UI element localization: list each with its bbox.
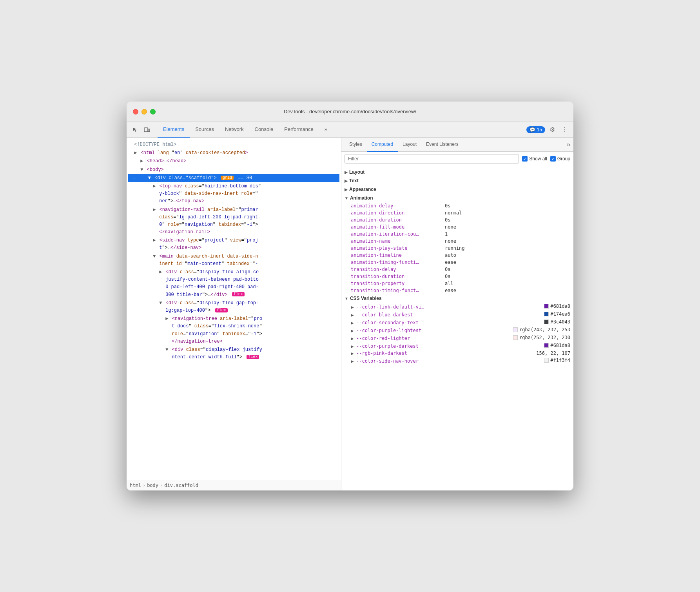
tab-sources[interactable]: Sources <box>190 122 219 138</box>
prop-animation-play-state[interactable]: animation-play-state running <box>341 245 573 252</box>
device-toggle-icon[interactable] <box>141 124 152 135</box>
css-var-color-purple-darkest[interactable]: ▶ --color-purple-darkest #681da8 <box>341 342 573 350</box>
section-text[interactable]: ▶ Text <box>341 176 573 185</box>
css-var-color-link-default[interactable]: ▶ --color-link-default-vi… #681da8 <box>341 303 573 311</box>
prop-animation-name[interactable]: animation-name none <box>341 238 573 245</box>
tab-network[interactable]: Network <box>219 122 249 138</box>
section-appearance-arrow: ▶ <box>345 187 348 192</box>
expand-arrow[interactable]: ▼ <box>148 174 151 182</box>
computed-panel: Styles Computed Layout Event Listeners »… <box>341 138 573 490</box>
section-text-label: Text <box>349 178 359 183</box>
tab-event-listeners[interactable]: Event Listeners <box>421 138 463 152</box>
tab-performance[interactable]: Performance <box>279 122 319 138</box>
breadcrumb-div-scaffold[interactable]: div.scaffold <box>164 483 198 488</box>
minimize-button[interactable] <box>141 109 147 114</box>
section-layout-label: Layout <box>349 169 365 175</box>
tree-line[interactable]: ▶ <html lang="en" data-cookies-accepted> <box>128 149 339 157</box>
expand-arrow[interactable]: ▶ <box>140 158 143 165</box>
section-animation-label: Animation <box>350 195 373 201</box>
tree-line[interactable]: ▼ <main data-search-inert data-side-n in… <box>128 252 339 268</box>
section-css-variables[interactable]: ▼ CSS Variables <box>341 294 573 303</box>
prop-animation-iteration-count[interactable]: animation-iteration-cou… 1 <box>341 231 573 238</box>
section-appearance[interactable]: ▶ Appearance <box>341 185 573 194</box>
expand-arrow[interactable]: ▶ <box>134 149 137 157</box>
more-options-icon[interactable]: ⋮ <box>559 124 570 135</box>
close-button[interactable] <box>133 109 138 114</box>
expand-arrow[interactable]: ▶ <box>153 183 156 190</box>
section-layout-arrow: ▶ <box>345 170 348 174</box>
css-var-color-secondary-text[interactable]: ▶ --color-secondary-text #3c4043 <box>341 318 573 326</box>
prop-animation-duration[interactable]: animation-duration 0s <box>341 216 573 223</box>
flex-badge: flex <box>215 308 228 312</box>
tree-line-selected[interactable]: … ▼ <div class="scaffold"> grid == $0 <box>128 174 339 182</box>
section-layout[interactable]: ▶ Layout <box>341 168 573 176</box>
toolbar-separator <box>155 126 155 134</box>
prop-transition-property[interactable]: transition-property all <box>341 280 573 287</box>
breadcrumb-html[interactable]: html <box>130 483 141 488</box>
section-css-variables-label: CSS Variables <box>350 296 382 301</box>
tab-more[interactable]: » <box>319 122 333 138</box>
tree-line[interactable]: ▶ <head>…</head> <box>128 157 339 165</box>
maximize-button[interactable] <box>150 109 156 114</box>
expand-arrow[interactable]: ▼ <box>153 253 156 260</box>
expand-arrow[interactable]: ▶ <box>153 237 156 244</box>
flex-badge: flex <box>232 292 245 296</box>
tab-console[interactable]: Console <box>249 122 279 138</box>
css-var-rgb-pink-darkest[interactable]: ▶ --rgb-pink-darkest 156, 22, 107 <box>341 350 573 357</box>
css-var-color-side-nav-hover[interactable]: ▶ --color-side-nav-hover #f1f3f4 <box>341 357 573 365</box>
expand-arrow[interactable]: ▼ <box>140 166 143 174</box>
section-animation[interactable]: ▼ Animation <box>341 194 573 202</box>
prop-transition-timing-function[interactable]: transition-timing-funct… ease <box>341 287 573 294</box>
tree-line[interactable]: ▼ <body> <box>128 166 339 174</box>
expand-arrow[interactable]: ▼ <box>159 300 162 307</box>
prop-animation-direction[interactable]: animation-direction normal <box>341 209 573 216</box>
prop-animation-delay[interactable]: animation-delay 0s <box>341 202 573 209</box>
section-appearance-label: Appearance <box>349 187 376 192</box>
doctype-comment: <!DOCTYPE html> <box>134 142 176 147</box>
panel-tabs: Styles Computed Layout Event Listeners » <box>341 138 573 152</box>
tab-styles[interactable]: Styles <box>345 138 367 152</box>
devtools-main: <!DOCTYPE html> ▶ <html lang="en" data-c… <box>127 138 573 490</box>
prop-animation-timeline[interactable]: animation-timeline auto <box>341 252 573 259</box>
tree-line[interactable]: ▶ <navigation-rail aria-label="primar cl… <box>128 206 339 237</box>
tree-line[interactable]: ▼ <div class="display-flex justify ntent… <box>128 346 339 361</box>
settings-icon[interactable]: ⚙ <box>547 124 558 135</box>
expand-arrow[interactable]: ▶ <box>153 206 156 214</box>
breadcrumb-body[interactable]: body <box>147 483 158 488</box>
svg-rect-1 <box>148 129 150 132</box>
tab-layout[interactable]: Layout <box>398 138 421 152</box>
toolbar-right: 💬 15 ⚙ ⋮ <box>526 124 570 135</box>
expand-arrow[interactable]: ▶ <box>159 269 162 276</box>
expand-arrow[interactable]: ▶ <box>165 315 168 323</box>
svg-rect-0 <box>144 128 148 132</box>
show-all-checkbox-row: ✓ Show all <box>522 156 547 162</box>
tree-line[interactable]: ▶ <div class="display-flex align-ce just… <box>128 268 339 299</box>
css-var-color-red-lighter[interactable]: ▶ --color-red-lighter rgba(252, 232, 230 <box>341 334 573 342</box>
prop-transition-duration[interactable]: transition-duration 0s <box>341 273 573 280</box>
tab-computed[interactable]: Computed <box>367 138 398 152</box>
tree-line[interactable]: ▼ <div class="display-flex gap-top- lg:g… <box>128 299 339 315</box>
prop-transition-delay[interactable]: transition-delay 0s <box>341 266 573 273</box>
window-title: DevTools - developer.chrome.com/docs/dev… <box>284 109 416 114</box>
show-all-checkbox[interactable]: ✓ <box>522 156 528 162</box>
tree-line[interactable]: ▶ <navigation-tree aria-label="pro t doc… <box>128 315 339 346</box>
css-var-color-blue-darkest[interactable]: ▶ --color-blue-darkest #174ea6 <box>341 311 573 318</box>
devtools-window: DevTools - developer.chrome.com/docs/dev… <box>127 102 573 490</box>
grid-badge: grid <box>221 176 234 180</box>
tab-elements[interactable]: Elements <box>158 122 190 138</box>
color-swatch <box>513 327 518 332</box>
prop-animation-timing-function[interactable]: animation-timing-functi… ease <box>341 259 573 266</box>
console-badge[interactable]: 💬 15 <box>526 126 545 133</box>
expand-arrow[interactable]: ▼ <box>165 346 168 354</box>
tree-line[interactable]: <!DOCTYPE html> <box>128 141 339 149</box>
prop-animation-fill-mode[interactable]: animation-fill-mode none <box>341 223 573 231</box>
filter-input[interactable] <box>345 154 519 163</box>
group-checkbox[interactable]: ✓ <box>550 156 556 162</box>
css-var-color-purple-lightest[interactable]: ▶ --color-purple-lightest rgba(243, 232,… <box>341 326 573 334</box>
tree-line[interactable]: ▶ <top-nav class="hairline-bottom dis" y… <box>128 182 339 206</box>
badge-count: 15 <box>537 127 542 133</box>
panel-tab-more[interactable]: » <box>567 141 570 148</box>
flex-badge: flex <box>247 355 259 359</box>
tree-line[interactable]: ▶ <side-nav type="project" view="proj t"… <box>128 236 339 252</box>
select-element-icon[interactable] <box>130 124 141 135</box>
